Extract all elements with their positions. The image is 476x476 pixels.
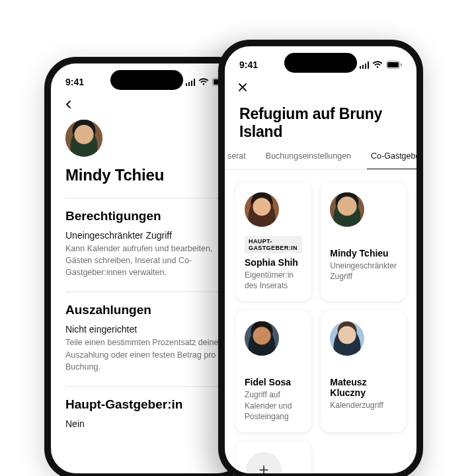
- cohost-role: Uneingeschränkter Zugriff: [330, 260, 397, 282]
- status-time: 9:41: [239, 60, 258, 70]
- cohost-card[interactable]: Mateusz Kluczny Kalenderzugriff: [321, 311, 406, 432]
- permissions-value: Uneingeschränkter Zugriff: [65, 230, 228, 241]
- close-button[interactable]: [238, 82, 247, 94]
- cohost-card[interactable]: Fidel Sosa Zugriff auf Kalender und Post…: [235, 311, 311, 432]
- payouts-value: Nicht eingerichtet: [65, 324, 228, 335]
- divider: [65, 386, 228, 387]
- cohost-name: Fidel Sosa: [245, 377, 302, 387]
- cellular-signal-icon: [360, 61, 370, 69]
- svg-rect-5: [401, 63, 402, 66]
- cohost-avatar: [245, 321, 279, 356]
- cohost-avatar: [245, 192, 279, 227]
- battery-icon: [386, 61, 402, 69]
- cohost-name: Sophia Shih: [245, 257, 302, 268]
- cellular-signal-icon: [186, 79, 196, 86]
- cohost-name: Mindy Tchieu: [330, 248, 397, 258]
- tab-cohosts[interactable]: Co-Gastgeber:innen: [367, 151, 416, 170]
- primary-host-badge: HAUPT-GASTGEBER:IN: [245, 236, 302, 253]
- section-heading-payouts: Auszahlungen: [65, 303, 228, 317]
- cohost-avatar: [330, 192, 364, 227]
- dynamic-island: [284, 53, 357, 73]
- status-time: 9:41: [65, 77, 84, 87]
- listing-title: Refugium auf Bruny Island: [225, 99, 416, 151]
- svg-rect-4: [387, 62, 399, 67]
- cohost-role: Eigentümer:in des Inserats: [245, 270, 302, 291]
- cohost-card[interactable]: Mindy Tchieu Uneingeschränkter Zugriff: [321, 182, 406, 301]
- dynamic-island: [110, 70, 183, 90]
- primary-host-value: Nein: [65, 418, 228, 429]
- divider: [65, 198, 228, 198]
- plus-icon: +: [246, 452, 282, 476]
- cohost-card[interactable]: HAUPT-GASTGEBER:IN Sophia Shih Eigentüme…: [235, 182, 311, 301]
- section-heading-permissions: Berechtigungen: [65, 209, 228, 223]
- payouts-description: Teile einen bestimmten Prozentsatz deine…: [65, 337, 228, 372]
- wifi-icon: [372, 61, 383, 69]
- tab-booking-settings[interactable]: Buchungseinstellungen: [262, 151, 355, 169]
- cohost-avatar: [330, 321, 364, 356]
- profile-avatar: [65, 120, 102, 157]
- tab-bar: serat Buchungseinstellungen Co-Gastgeber…: [225, 151, 416, 170]
- cohost-role: Zugriff auf Kalender und Posteingang: [245, 389, 302, 422]
- phone-listing-view: 9:41 Refugium auf Bruny Island serat Buc…: [218, 40, 423, 476]
- cohost-grid: HAUPT-GASTGEBER:IN Sophia Shih Eigentüme…: [225, 170, 416, 476]
- section-heading-primary-host: Haupt-Gastgeber:in: [65, 397, 228, 412]
- add-cohost-card[interactable]: +: [235, 442, 311, 476]
- cohost-name: Mateusz Kluczny: [330, 377, 397, 398]
- divider: [65, 292, 228, 292]
- permissions-description: Kann Kalender aufrufen und bearbeiten, G…: [65, 243, 228, 278]
- wifi-icon: [198, 78, 209, 86]
- tab-listing[interactable]: serat: [225, 151, 250, 169]
- back-button[interactable]: [64, 99, 73, 111]
- cohost-role: Kalenderzugriff: [330, 400, 397, 411]
- profile-name: Mindy Tchieu: [65, 166, 228, 184]
